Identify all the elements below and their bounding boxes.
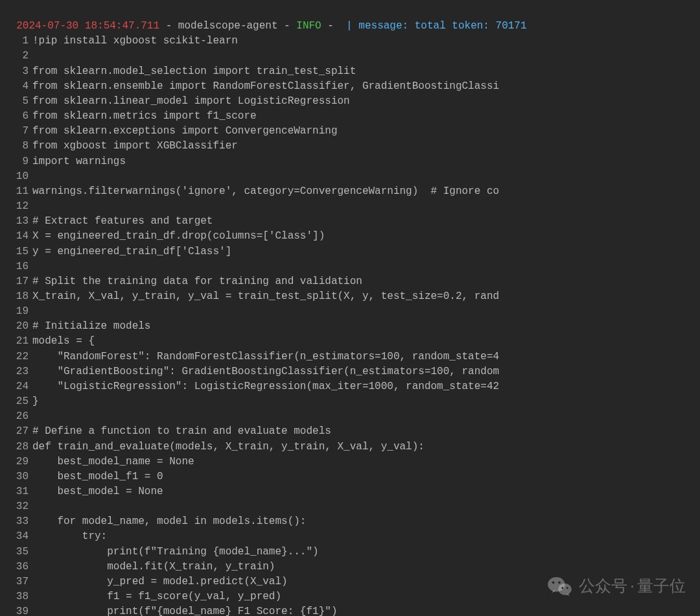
line-source: y_pred = model.predict(X_val)	[32, 575, 288, 589]
line-source: X_train, X_val, y_train, y_val = train_t…	[32, 289, 499, 304]
line-source: from sklearn.ensemble import RandomFores…	[32, 79, 499, 94]
line-number: 14	[0, 229, 32, 244]
code-line: 13# Extract features and target	[0, 214, 700, 229]
line-source: f1 = f1_score(y_val, y_pred)	[32, 589, 281, 604]
line-source: models = {	[32, 334, 95, 349]
code-line: 21models = {	[0, 334, 700, 349]
log-message: | message: total token: 70171	[340, 20, 527, 32]
code-line: 26	[0, 409, 700, 424]
line-source: from sklearn.linear_model import Logisti…	[32, 94, 350, 109]
code-line: 4from sklearn.ensemble import RandomFore…	[0, 79, 700, 94]
line-source: try:	[32, 529, 107, 544]
line-number: 7	[0, 124, 32, 139]
code-line: 36 model.fit(X_train, y_train)	[0, 560, 700, 575]
line-source: # Extract features and target	[32, 214, 213, 229]
line-number: 3	[0, 64, 32, 79]
line-number: 19	[0, 304, 32, 319]
line-source: import warnings	[32, 154, 126, 169]
line-source: from xgboost import XGBClassifier	[32, 139, 238, 154]
log-sep-2: -	[277, 20, 296, 32]
line-source: from sklearn.exceptions import Convergen…	[32, 124, 337, 139]
line-number: 8	[0, 139, 32, 154]
line-number: 32	[0, 499, 32, 514]
line-number: 2	[0, 49, 32, 64]
code-line: 38 f1 = f1_score(y_val, y_pred)	[0, 589, 700, 604]
code-line: 14X = engineered_train_df.drop(columns=[…	[0, 229, 700, 244]
code-line: 23 "GradientBoosting": GradientBoostingC…	[0, 364, 700, 379]
line-source: # Split the training data for training a…	[32, 274, 362, 289]
line-number: 10	[0, 169, 32, 184]
line-source: for model_name, model in models.items():	[32, 514, 306, 529]
line-number: 11	[0, 184, 32, 199]
line-number: 27	[0, 424, 32, 439]
line-source: print(f"Training {model_name}...")	[32, 545, 319, 560]
code-line: 17# Split the training data for training…	[0, 274, 700, 289]
code-line: 8from xgboost import XGBClassifier	[0, 139, 700, 154]
line-number: 28	[0, 440, 32, 455]
code-line: 9import warnings	[0, 154, 700, 169]
log-timestamp: 2024-07-30 18:54:47.711	[16, 20, 159, 32]
code-line: 34 try:	[0, 529, 700, 544]
line-source: # Initialize models	[32, 319, 150, 334]
line-number: 6	[0, 109, 32, 124]
code-line: 37 y_pred = model.predict(X_val)	[0, 575, 700, 589]
code-line: 15y = engineered_train_df['Class']	[0, 244, 700, 259]
line-number: 31	[0, 484, 32, 499]
line-number: 23	[0, 364, 32, 379]
code-line: 31 best_model = None	[0, 484, 700, 499]
code-line: 24 "LogisticRegression": LogisticRegress…	[0, 379, 700, 394]
log-header: 2024-07-30 18:54:47.711 - modelscope-age…	[0, 0, 700, 34]
line-number: 9	[0, 154, 32, 169]
code-line: 20# Initialize models	[0, 319, 700, 334]
line-number: 36	[0, 560, 32, 575]
code-line: 27# Define a function to train and evalu…	[0, 424, 700, 439]
code-line: 5from sklearn.linear_model import Logist…	[0, 94, 700, 109]
code-line: 35 print(f"Training {model_name}...")	[0, 545, 700, 560]
line-number: 18	[0, 289, 32, 304]
code-line: 6from sklearn.metrics import f1_score	[0, 109, 700, 124]
code-line: 7from sklearn.exceptions import Converge…	[0, 124, 700, 139]
log-level: INFO	[296, 20, 321, 32]
line-number: 12	[0, 199, 32, 214]
log-agent: modelscope-agent	[178, 20, 278, 32]
line-source: !pip install xgboost scikit-learn	[32, 34, 238, 49]
line-source: model.fit(X_train, y_train)	[32, 560, 275, 575]
code-line: 39 print(f"{model_name} F1 Score: {f1}")	[0, 604, 700, 616]
code-line: 11warnings.filterwarnings('ignore', cate…	[0, 184, 700, 199]
line-number: 15	[0, 244, 32, 259]
code-line: 30 best_model_f1 = 0	[0, 469, 700, 484]
line-number: 20	[0, 319, 32, 334]
code-line: 3from sklearn.model_selection import tra…	[0, 64, 700, 79]
line-source: def train_and_evaluate(models, X_train, …	[32, 440, 425, 455]
line-source: from sklearn.metrics import f1_score	[32, 109, 257, 124]
code-line: 25}	[0, 394, 700, 409]
code-line: 2	[0, 49, 700, 64]
code-line: 22 "RandomForest": RandomForestClassifie…	[0, 349, 700, 364]
line-source: best_model = None	[32, 484, 163, 499]
line-number: 34	[0, 529, 32, 544]
line-source: warnings.filterwarnings('ignore', catego…	[32, 184, 499, 199]
line-number: 26	[0, 409, 32, 424]
line-number: 13	[0, 214, 32, 229]
code-block: 1!pip install xgboost scikit-learn23from…	[0, 34, 700, 616]
log-sep-3: -	[321, 20, 340, 32]
line-source: best_model_name = None	[32, 455, 194, 469]
line-number: 33	[0, 514, 32, 529]
line-number: 30	[0, 469, 32, 484]
code-line: 10	[0, 169, 700, 184]
line-source: "RandomForest": RandomForestClassifier(n…	[32, 349, 499, 364]
line-source: print(f"{model_name} F1 Score: {f1}")	[32, 604, 337, 616]
log-sep-1: -	[159, 20, 178, 32]
code-line: 18X_train, X_val, y_train, y_val = train…	[0, 289, 700, 304]
line-number: 5	[0, 94, 32, 109]
line-number: 37	[0, 575, 32, 589]
line-source: y = engineered_train_df['Class']	[32, 244, 231, 259]
code-line: 28def train_and_evaluate(models, X_train…	[0, 440, 700, 455]
code-line: 19	[0, 304, 700, 319]
line-source: # Define a function to train and evaluat…	[32, 424, 331, 439]
code-line: 16	[0, 259, 700, 274]
code-line: 33 for model_name, model in models.items…	[0, 514, 700, 529]
line-number: 29	[0, 455, 32, 469]
line-number: 1	[0, 34, 32, 49]
line-source: "GradientBoosting": GradientBoostingClas…	[32, 364, 499, 379]
